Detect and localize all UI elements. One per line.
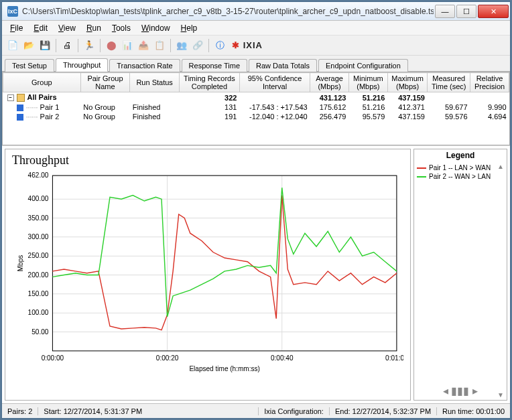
tab-test-setup[interactable]: Test Setup [5, 59, 54, 72]
titlebar: IxC C:\Users\Tim\Desktop\wlan_tests\tpli… [2, 2, 510, 21]
minimize-button[interactable]: — [435, 5, 455, 18]
svg-text:0:01:00: 0:01:00 [385, 354, 403, 362]
report-icon[interactable]: 📊 [121, 39, 134, 52]
menu-window[interactable]: Window [137, 22, 174, 34]
run-icon[interactable]: 🏃 [82, 39, 96, 52]
table-row[interactable]: ┈┈┈ Pair 2 No GroupFinished 191-12.040 :… [3, 112, 509, 121]
col-max[interactable]: Maximum(Mbps) [387, 73, 428, 92]
tab-raw-data-totals[interactable]: Raw Data Totals [249, 59, 317, 72]
svg-text:0:00:40: 0:00:40 [271, 354, 294, 362]
table-row[interactable]: −All Pairs 322431.12351.216 437.159 [3, 92, 509, 103]
svg-text:Mbps: Mbps [17, 255, 24, 272]
svg-text:400.00: 400.00 [28, 195, 49, 202]
close-button[interactable]: ✕ [478, 5, 509, 18]
col-runstatus[interactable]: Run Status [130, 73, 180, 92]
status-config: Ixia Configuration: [259, 407, 330, 415]
svg-text:0:00:20: 0:00:20 [156, 354, 179, 362]
legend-scrollbar[interactable]: ◂ ▮▮▮ ▸ [414, 382, 507, 400]
col-mt[interactable]: MeasuredTime (sec) [428, 73, 470, 92]
col-avg[interactable]: Average(Mbps) [310, 73, 349, 92]
separator [56, 39, 56, 52]
export-icon[interactable]: 📤 [137, 39, 150, 52]
menu-file[interactable]: File [6, 22, 27, 34]
tab-transaction-rate[interactable]: Transaction Rate [109, 59, 180, 72]
app-window: IxC C:\Users\Tim\Desktop\wlan_tests\tpli… [1, 1, 511, 419]
legend-title: Legend [414, 149, 507, 161]
menubar: File Edit View Run Tools Window Help [2, 21, 510, 36]
col-ci[interactable]: 95% ConfidenceInterval [239, 73, 310, 92]
status-pairs: Pairs: 2 [2, 407, 38, 415]
throughput-chart: 50.00100.00150.00200.00250.00300.00350.0… [12, 169, 403, 378]
legend-panel: Legend Pair 1 -- LAN > WANPair 2 -- WAN … [413, 149, 507, 401]
pairs-icon[interactable]: 👥 [175, 39, 188, 52]
col-group[interactable]: Group [3, 73, 81, 92]
menu-edit[interactable]: Edit [29, 22, 52, 34]
separator [100, 39, 101, 52]
legend-item[interactable]: Pair 1 -- LAN > WAN [417, 164, 504, 171]
separator [208, 39, 209, 52]
status-runtime: Run time: 00:01:00 [437, 407, 510, 415]
svg-text:250.00: 250.00 [28, 252, 49, 259]
menu-view[interactable]: View [54, 22, 80, 34]
print-icon[interactable]: 🖨 [60, 39, 74, 52]
copy-icon[interactable]: 📋 [153, 39, 166, 52]
menu-help[interactable]: Help [177, 22, 202, 34]
col-min[interactable]: Minimum(Mbps) [348, 73, 387, 92]
col-rp[interactable]: RelativePrecision [470, 73, 509, 92]
svg-text:50.00: 50.00 [31, 328, 49, 336]
svg-text:350.00: 350.00 [28, 214, 49, 222]
chart-title: Throughput [12, 153, 403, 167]
menu-run[interactable]: Run [82, 22, 105, 34]
legend-item[interactable]: Pair 2 -- WAN > LAN [417, 173, 504, 180]
status-start: Start: 12/27/2014, 5:31:37 PM [38, 407, 259, 415]
svg-text:100.00: 100.00 [28, 309, 49, 316]
new-icon[interactable]: 📄 [6, 39, 19, 52]
maximize-button[interactable]: ☐ [456, 5, 476, 18]
toolbar: 📄 📂 💾 🖨 🏃 ⬤ 📊 📤 📋 👥 🔗 ⓘ ✱ IXIA [2, 36, 510, 56]
status-bar: Pairs: 2 Start: 12/27/2014, 5:31:37 PM I… [2, 403, 510, 418]
svg-text:200.00: 200.00 [28, 271, 49, 279]
menu-tools[interactable]: Tools [108, 22, 135, 34]
tab-throughput[interactable]: Throughput [56, 58, 108, 72]
info-icon[interactable]: ⓘ [213, 39, 227, 52]
results-grid: Group Pair GroupName Run Status Timing R… [2, 72, 510, 145]
tab-endpoint-config[interactable]: Endpoint Configuration [318, 59, 408, 72]
col-trc[interactable]: Timing RecordsCompleted [179, 73, 239, 92]
app-icon: IxC [7, 6, 18, 17]
link-icon[interactable]: 🔗 [191, 39, 204, 52]
open-icon[interactable]: 📂 [22, 39, 36, 52]
svg-text:Elapsed time (h:mm:ss): Elapsed time (h:mm:ss) [189, 365, 260, 372]
svg-text:150.00: 150.00 [28, 290, 49, 297]
separator [170, 39, 171, 52]
chart-panel: Throughput 50.00100.00150.00200.00250.00… [5, 149, 411, 401]
tabs-bar: Test Setup Throughput Transaction Rate R… [2, 56, 510, 72]
scroll-down-icon[interactable]: ▼ [497, 391, 505, 399]
window-title: C:\Users\Tim\Desktop\wlan_tests\tplink_a… [22, 7, 434, 16]
svg-text:462.00: 462.00 [28, 171, 49, 179]
separator [78, 39, 78, 52]
save-icon[interactable]: 💾 [38, 39, 52, 52]
table-row[interactable]: ┈┈┈ Pair 1 No GroupFinished 131-17.543 :… [3, 102, 509, 112]
svg-text:0:00:00: 0:00:00 [42, 354, 64, 362]
scroll-up-icon[interactable]: ▲ [497, 163, 505, 170]
svg-rect-26 [52, 176, 396, 351]
tab-response-time[interactable]: Response Time [182, 59, 247, 72]
status-end: End: 12/27/2014, 5:32:37 PM [330, 407, 437, 415]
brand-logo: ✱ IXIA [232, 40, 263, 50]
stop-icon[interactable]: ⬤ [105, 39, 118, 52]
svg-text:300.00: 300.00 [28, 233, 49, 240]
chart-area: Throughput 50.00100.00150.00200.00250.00… [2, 145, 510, 403]
col-pairgroup[interactable]: Pair GroupName [80, 73, 130, 92]
